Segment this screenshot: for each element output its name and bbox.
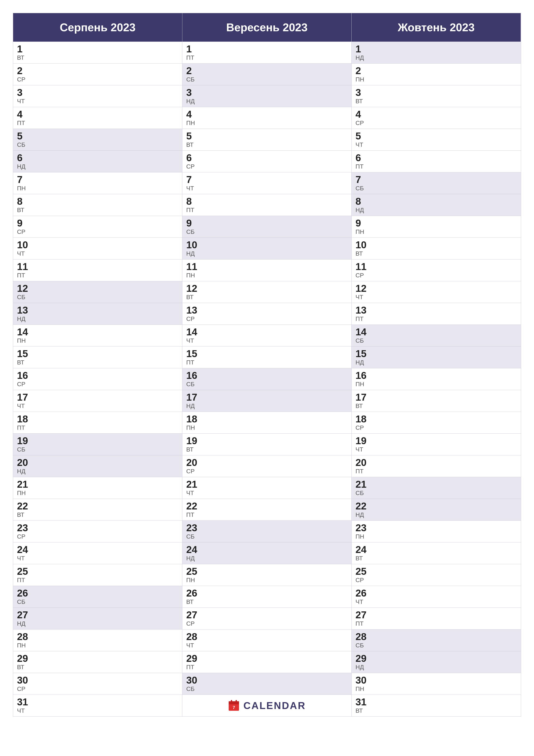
day-name-m2-d8: ПН xyxy=(355,229,517,235)
day-number-m1-d1: 2 xyxy=(186,66,347,76)
day-cell-m0-d17: 18ПТ xyxy=(13,412,182,433)
day-cell-m0-d30: 31ЧТ xyxy=(13,694,182,716)
day-number-m0-d12: 13 xyxy=(17,305,178,315)
day-cell-m2-d15: 16ПН xyxy=(352,368,521,390)
day-cell-m2-d9: 10ВТ xyxy=(352,237,521,259)
day-number-m1-d12: 13 xyxy=(186,305,347,315)
day-name-m2-d18: ЧТ xyxy=(355,446,517,453)
day-name-m2-d29: ПН xyxy=(355,686,517,692)
day-number-m0-d9: 10 xyxy=(17,240,178,250)
day-number-m1-d11: 12 xyxy=(186,284,347,293)
day-name-m0-d2: ЧТ xyxy=(17,98,178,105)
day-name-m1-d1: СБ xyxy=(186,76,347,83)
day-cell-m1-d16: 17НД xyxy=(182,390,352,412)
day-number-m0-d0: 1 xyxy=(17,44,178,54)
day-cell-m2-d3: 4СР xyxy=(352,107,521,129)
day-name-m1-d8: СБ xyxy=(186,229,347,235)
day-cell-m2-d18: 19ЧТ xyxy=(352,433,521,455)
day-cell-m0-d11: 12СБ xyxy=(13,281,182,303)
day-cell-m2-d1: 2ПН xyxy=(352,63,521,85)
day-number-m1-d24: 25 xyxy=(186,566,347,576)
day-cell-m2-d19: 20ПТ xyxy=(352,455,521,477)
day-cell-m2-d17: 18СР xyxy=(352,412,521,433)
day-name-m2-d27: СБ xyxy=(355,642,517,649)
day-cell-m0-d27: 28ПН xyxy=(13,629,182,651)
day-name-m0-d24: ПТ xyxy=(17,577,178,583)
day-name-m2-d19: ПТ xyxy=(355,468,517,475)
day-name-m0-d4: СБ xyxy=(17,141,178,148)
day-name-m0-d25: СБ xyxy=(17,599,178,606)
day-cell-m0-d9: 10ЧТ xyxy=(13,237,182,259)
day-cell-m0-d1: 2СР xyxy=(13,63,182,85)
day-number-m0-d16: 17 xyxy=(17,392,178,402)
day-name-m2-d2: ВТ xyxy=(355,98,517,105)
day-cell-m0-d29: 30СР xyxy=(13,673,182,694)
day-number-m1-d13: 14 xyxy=(186,327,347,337)
day-cell-m1-d6: 7ЧТ xyxy=(182,172,352,194)
day-cell-m1-d19: 20СР xyxy=(182,455,352,477)
day-number-m0-d18: 19 xyxy=(17,436,178,446)
day-number-m2-d0: 1 xyxy=(355,44,517,54)
day-cell-m0-d21: 22ВТ xyxy=(13,499,182,521)
day-cell-m1-d24: 25ПН xyxy=(182,564,352,586)
day-cell-m1-d25: 26ВТ xyxy=(182,586,352,608)
day-cell-m2-d28: 29НД xyxy=(352,651,521,673)
day-cell-m2-d25: 26ЧТ xyxy=(352,586,521,608)
day-number-m2-d28: 29 xyxy=(355,653,517,663)
day-number-m1-d28: 29 xyxy=(186,653,347,663)
day-number-m1-d15: 16 xyxy=(186,370,347,380)
day-cell-m1-d15: 16СБ xyxy=(182,368,352,390)
day-number-m0-d23: 24 xyxy=(17,545,178,554)
day-cell-m0-d23: 24ЧТ xyxy=(13,542,182,564)
day-number-m2-d9: 10 xyxy=(355,240,517,250)
day-cell-m1-d10: 11ПН xyxy=(182,259,352,281)
day-number-m2-d13: 14 xyxy=(355,327,517,337)
day-name-m1-d21: ПТ xyxy=(186,511,347,518)
day-name-m0-d14: ВТ xyxy=(17,359,178,366)
day-name-m1-d23: НД xyxy=(186,555,347,562)
day-name-m0-d5: НД xyxy=(17,163,178,170)
day-number-m2-d30: 31 xyxy=(355,697,517,707)
day-name-m2-d21: НД xyxy=(355,511,517,518)
day-number-m0-d27: 28 xyxy=(17,632,178,641)
day-name-m2-d26: ПТ xyxy=(355,620,517,627)
day-cell-m0-d5: 6НД xyxy=(13,150,182,172)
day-cell-m1-d11: 12ВТ xyxy=(182,281,352,303)
day-number-m0-d30: 31 xyxy=(17,697,178,707)
calendar-logo-icon: 7 xyxy=(228,700,240,712)
day-cell-m0-d20: 21ПН xyxy=(13,477,182,499)
day-cell-m2-d20: 21СБ xyxy=(352,477,521,499)
day-name-m2-d30: ВТ xyxy=(355,707,517,714)
day-cell-m2-d22: 23ПН xyxy=(352,521,521,542)
day-number-m2-d27: 28 xyxy=(355,632,517,641)
day-name-m1-d20: ЧТ xyxy=(186,490,347,497)
day-cell-m0-d15: 16СР xyxy=(13,368,182,390)
day-cell-m2-d11: 12ЧТ xyxy=(352,281,521,303)
day-cell-m1-d9: 10НД xyxy=(182,237,352,259)
day-name-m1-d13: ЧТ xyxy=(186,337,347,344)
svg-rect-3 xyxy=(236,700,237,703)
day-number-m1-d26: 27 xyxy=(186,610,347,620)
day-number-m0-d7: 8 xyxy=(17,196,178,206)
day-number-m1-d7: 8 xyxy=(186,196,347,206)
day-name-m0-d9: ЧТ xyxy=(17,250,178,257)
day-cell-m1-d1: 2СБ xyxy=(182,63,352,85)
day-cell-m2-d30: 31ВТ xyxy=(352,694,521,716)
day-cell-m1-d7: 8ПТ xyxy=(182,194,352,216)
day-number-m2-d4: 5 xyxy=(355,131,517,141)
day-cell-m0-d18: 19СБ xyxy=(13,433,182,455)
day-cell-m2-d10: 11СР xyxy=(352,259,521,281)
day-number-m0-d14: 15 xyxy=(17,349,178,359)
day-name-m1-d27: ЧТ xyxy=(186,642,347,649)
day-number-m2-d2: 3 xyxy=(355,88,517,97)
svg-rect-1 xyxy=(229,701,239,704)
day-cell-m1-d14: 15ПТ xyxy=(182,346,352,368)
day-number-m1-d25: 26 xyxy=(186,588,347,598)
day-cell-m0-d6: 7ПН xyxy=(13,172,182,194)
day-name-m2-d11: ЧТ xyxy=(355,294,517,301)
day-name-m1-d7: ПТ xyxy=(186,207,347,214)
day-number-m2-d3: 4 xyxy=(355,109,517,119)
day-name-m2-d13: СБ xyxy=(355,337,517,344)
day-name-m2-d23: ВТ xyxy=(355,555,517,562)
day-name-m1-d0: ПТ xyxy=(186,54,347,61)
